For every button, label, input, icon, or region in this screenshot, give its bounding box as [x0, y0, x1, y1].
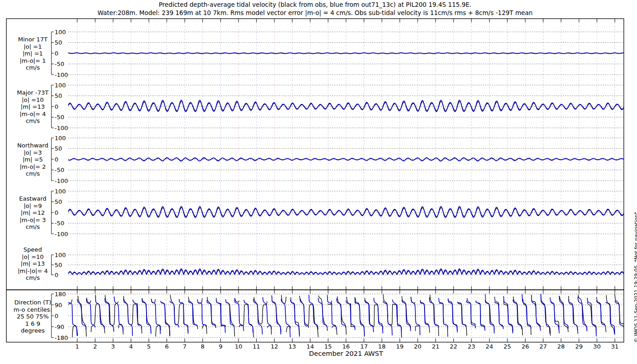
y-tick-label: 0 — [55, 50, 58, 57]
x-tick-label: 22 — [450, 343, 458, 350]
x-tick-label: 26 — [521, 343, 529, 350]
y-tick-label: -100 — [55, 71, 68, 78]
x-tick-label: 6 — [165, 343, 168, 350]
x-tick-label: 24 — [485, 343, 493, 350]
y-tick-label: -180 — [55, 334, 68, 341]
x-tick-label: 16 — [342, 343, 350, 350]
y-tick-label: 50 — [55, 262, 62, 268]
y-tick-label: -50 — [55, 114, 64, 121]
x-tick-label: 21 — [432, 343, 440, 350]
x-tick-label: 15 — [324, 343, 332, 350]
y-tick-label: 180 — [55, 291, 66, 298]
y-tick-label: 50 — [55, 145, 62, 152]
y-tick-label: 0 — [55, 156, 58, 163]
y-tick-label: 50 — [55, 39, 62, 46]
x-tick-label: 9 — [219, 343, 222, 350]
y-tick-label: 0 — [55, 313, 58, 319]
y-tick-label: -100 — [55, 231, 68, 238]
y-tick-label: 0 — [55, 272, 58, 278]
x-tick-label: 13 — [288, 343, 296, 350]
x-tick-label: 25 — [504, 343, 511, 350]
y-tick-label: 0 — [55, 209, 58, 216]
x-tick-label: 28 — [557, 343, 565, 350]
x-tick-label: 11 — [253, 343, 260, 350]
x-tick-label: 3 — [111, 343, 115, 350]
y-tick-label: 100 — [55, 188, 66, 195]
x-tick-label: 17 — [360, 343, 368, 350]
x-tick-label: 30 — [593, 343, 601, 350]
x-tick-label: 4 — [129, 343, 133, 350]
x-tick-label: 14 — [306, 343, 314, 350]
x-tick-label: 23 — [468, 343, 475, 350]
x-tick-label: 8 — [201, 343, 204, 350]
y-tick-label: -100 — [55, 125, 68, 131]
minor-model-trace — [68, 53, 624, 54]
y-tick-label: -50 — [55, 220, 64, 227]
y-tick-label: 50 — [55, 198, 62, 205]
x-tick-label: 7 — [183, 343, 187, 350]
x-tick-label: 31 — [611, 343, 619, 350]
x-tick-label: 19 — [396, 343, 404, 350]
plot-canvas: 100500-50-100100500-50-100100500-50-1001… — [0, 0, 637, 364]
x-tick-label: 5 — [147, 343, 151, 350]
y-tick-label: -50 — [55, 167, 64, 173]
x-tick-label: 10 — [235, 343, 243, 350]
y-tick-label: 100 — [55, 82, 66, 89]
y-tick-label: 0 — [55, 103, 58, 110]
y-tick-label: 50 — [55, 92, 62, 99]
y-tick-label: 100 — [55, 29, 66, 35]
x-tick-label: 29 — [575, 343, 583, 350]
imos-watermark: © IMOS 11-Sep-2021 19:29:05. *Not for na… — [633, 212, 637, 343]
x-tick-label: 2 — [93, 343, 97, 350]
y-tick-label: -50 — [55, 61, 64, 67]
x-tick-label: 20 — [414, 343, 422, 350]
y-tick-label: 100 — [55, 252, 66, 258]
y-tick-label: 100 — [55, 135, 66, 142]
x-tick-label: 1 — [76, 343, 79, 350]
y-tick-label: 90 — [55, 302, 62, 308]
x-tick-label: 12 — [271, 343, 278, 350]
x-tick-label: 27 — [540, 343, 547, 350]
y-tick-label: -90 — [55, 324, 64, 330]
x-tick-label: 18 — [378, 343, 386, 350]
y-tick-label: -100 — [55, 177, 68, 184]
velocity-panels-frame — [6, 19, 624, 290]
x-axis-label: December 2021 AWST — [68, 350, 624, 357]
